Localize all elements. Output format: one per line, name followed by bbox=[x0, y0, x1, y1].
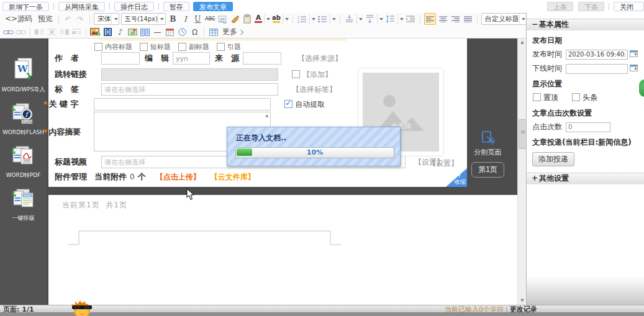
chevron-down-icon[interactable] bbox=[283, 14, 289, 24]
add-next-button[interactable]: 新增下一条 bbox=[2, 2, 49, 11]
offline-time-input[interactable] bbox=[566, 64, 628, 74]
editor-scrollbar[interactable]: ▲ ▼ bbox=[517, 38, 526, 305]
insert-video-icon[interactable] bbox=[102, 27, 113, 37]
remove-link-icon[interactable] bbox=[16, 27, 26, 37]
image-align-center-icon[interactable] bbox=[47, 27, 57, 37]
align-left-button[interactable] bbox=[424, 13, 436, 25]
checkbox-unchecked[interactable] bbox=[140, 43, 148, 51]
font-size-select[interactable]: 五号(14px) bbox=[121, 13, 166, 25]
font-family-select[interactable]: 宋体 bbox=[94, 13, 119, 25]
highlight-color-button[interactable]: ab bbox=[272, 14, 281, 24]
sidebar-item-word-to-pdf[interactable]: PDF WORD转PDF bbox=[6, 145, 41, 179]
headline-option[interactable]: 头条 bbox=[572, 93, 597, 103]
sidebar-item-word-import[interactable]: W WORD/WPS导入 bbox=[1, 57, 45, 94]
special-character-icon[interactable]: Ω bbox=[189, 27, 200, 37]
pick-tags-link[interactable]: 【选择标签】 bbox=[292, 84, 337, 95]
format-painter-icon[interactable] bbox=[230, 14, 240, 24]
draft-save-button[interactable]: 暂存 bbox=[163, 2, 189, 11]
image-settings-link[interactable]: 【设置】 bbox=[429, 158, 458, 169]
insert-columns-icon[interactable] bbox=[140, 27, 150, 37]
numbered-list-button[interactable]: 12 bbox=[297, 14, 307, 24]
align-right-button[interactable] bbox=[450, 14, 461, 24]
pick-source-link[interactable]: 【选择来源】 bbox=[297, 53, 342, 64]
align-center-button[interactable] bbox=[438, 14, 448, 24]
preview-button[interactable]: 预览 bbox=[36, 14, 55, 24]
chevron-down-icon[interactable] bbox=[519, 14, 525, 24]
content-title-option[interactable]: 内容标题 bbox=[94, 42, 132, 52]
calendar-icon[interactable] bbox=[630, 50, 638, 59]
close-button[interactable]: 关闭 bbox=[614, 2, 644, 11]
image-align-right-icon[interactable] bbox=[59, 27, 70, 37]
author-input[interactable] bbox=[101, 52, 140, 65]
split-page-icon[interactable] bbox=[481, 131, 495, 147]
other-settings-header[interactable]: +其他设置 bbox=[527, 173, 644, 184]
prev-item-button[interactable]: 上条 bbox=[547, 2, 573, 11]
chevron-down-icon[interactable] bbox=[158, 14, 164, 24]
line-height-icon[interactable] bbox=[385, 14, 396, 24]
chevron-down-icon[interactable] bbox=[330, 14, 336, 24]
chevron-down-icon[interactable] bbox=[111, 14, 117, 24]
sidebar-item-word-to-flash[interactable]: fFLASH WORD转FLASH bbox=[2, 102, 44, 137]
more-tools-button[interactable]: 更多 bbox=[220, 27, 245, 37]
operation-log-button[interactable]: 操作日志 bbox=[114, 2, 154, 11]
insert-image-icon[interactable] bbox=[90, 27, 101, 37]
undo-icon[interactable]: ↶ bbox=[63, 14, 73, 24]
publish-time-input[interactable] bbox=[566, 50, 628, 60]
underline-button[interactable]: U bbox=[193, 14, 203, 24]
insert-link-icon[interactable] bbox=[3, 27, 14, 37]
font-color-button[interactable]: A bbox=[255, 14, 262, 24]
short-title-option[interactable]: 短标题 bbox=[140, 42, 171, 52]
chevron-down-icon[interactable] bbox=[264, 14, 270, 24]
publish-article-button[interactable]: 发布文章 bbox=[193, 2, 233, 11]
subtitle-option[interactable]: 副标题 bbox=[178, 42, 209, 52]
source-code-button[interactable]: <>源码 bbox=[3, 14, 34, 24]
article-body-panel[interactable]: 当前第1页 共1页 bbox=[48, 195, 517, 305]
origin-input[interactable] bbox=[243, 52, 281, 65]
add-delivery-button[interactable]: 添加投递 bbox=[532, 152, 574, 166]
indent-icon[interactable] bbox=[406, 14, 416, 24]
chevron-down-icon[interactable] bbox=[309, 14, 315, 24]
chevron-down-icon[interactable] bbox=[397, 14, 404, 24]
attachment-upload-link[interactable]: 【点击上传】 bbox=[156, 172, 201, 183]
horizontal-rule-icon[interactable]: — bbox=[152, 27, 163, 37]
lead-title-option[interactable]: 引题 bbox=[217, 42, 241, 52]
insert-map-icon[interactable] bbox=[127, 27, 138, 37]
sidebar-item-auto-format[interactable]: 一键排版 bbox=[12, 188, 35, 222]
checkbox-unchecked[interactable] bbox=[292, 70, 300, 78]
checkbox-unchecked[interactable] bbox=[94, 43, 102, 51]
checkbox-checked[interactable] bbox=[284, 100, 293, 108]
checkbox-unchecked[interactable] bbox=[178, 43, 186, 51]
italic-button[interactable]: I bbox=[180, 14, 191, 24]
editor-input[interactable] bbox=[173, 52, 210, 65]
tags-input[interactable] bbox=[101, 83, 278, 96]
side-helper-button[interactable] bbox=[639, 79, 644, 97]
basic-properties-header[interactable]: −基本属性 bbox=[527, 19, 644, 30]
scroll-down-arrow[interactable]: ▼ bbox=[518, 298, 527, 303]
heading-style-select[interactable]: 自定义标题 bbox=[481, 13, 527, 25]
scroll-up-icon[interactable]: ▲ bbox=[265, 113, 268, 118]
chevron-down-icon[interactable] bbox=[356, 14, 363, 24]
strikethrough-button[interactable]: ABC bbox=[205, 14, 215, 24]
spellcheck-icon[interactable]: AB bbox=[217, 14, 228, 24]
checkbox-unchecked[interactable] bbox=[217, 43, 225, 51]
checkbox-unchecked[interactable] bbox=[533, 93, 541, 101]
bold-button[interactable]: B bbox=[168, 14, 178, 24]
bullet-list-button[interactable] bbox=[317, 14, 328, 24]
align-justify-button[interactable] bbox=[463, 14, 473, 24]
redo-icon[interactable]: ↷ bbox=[75, 14, 86, 24]
page-1-button[interactable]: 第1页 bbox=[471, 162, 504, 178]
click-count-input[interactable] bbox=[566, 122, 610, 132]
checkbox-unchecked[interactable] bbox=[572, 93, 580, 101]
attachment-cloud-link[interactable]: 【云文件库】 bbox=[211, 172, 255, 183]
chevron-down-icon[interactable] bbox=[377, 14, 383, 24]
calendar-icon[interactable] bbox=[630, 64, 638, 73]
redirect-input[interactable] bbox=[101, 68, 278, 81]
pin-top-option[interactable]: 置顶 bbox=[533, 93, 558, 103]
scroll-up-arrow[interactable]: ▲ bbox=[518, 40, 527, 45]
insert-table-icon[interactable] bbox=[208, 27, 219, 37]
paragraph-spacing-bottom-icon[interactable] bbox=[365, 14, 375, 24]
paragraph-spacing-top-icon[interactable] bbox=[344, 14, 355, 24]
web-collect-button[interactable]: 从网络采集 bbox=[58, 2, 105, 11]
redirect-enable[interactable]: 【添加】 bbox=[292, 70, 332, 80]
keywords-input[interactable] bbox=[94, 98, 271, 111]
